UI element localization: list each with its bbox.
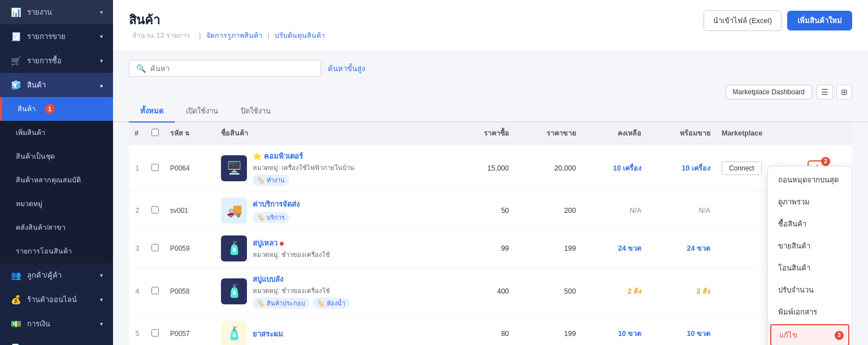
sidebar-item-add-product[interactable]: เพิ่มสินค้า — [0, 121, 113, 145]
product-name[interactable]: สบู่เหลว — [253, 237, 330, 249]
sidebar-item-sales[interactable]: 🧾 รายการขาย ▾ — [0, 24, 113, 49]
finance-icon: 💵 — [10, 319, 21, 329]
link-adjust-cost[interactable]: ปรับต้นทุนสินค้า — [275, 32, 325, 40]
sidebar-item-category[interactable]: หมวดหมู่ — [0, 192, 113, 216]
product-name[interactable]: สบู่แบบลัง — [253, 273, 350, 285]
menu-item-adjust[interactable]: ปรับจำนวน — [768, 279, 852, 301]
menu-item-sell[interactable]: ขายสินค้า — [768, 235, 852, 257]
row-remaining: N/A — [581, 192, 647, 230]
search-box: 🔍 — [129, 60, 321, 77]
row-checkbox[interactable] — [146, 145, 164, 192]
header-actions: นำเข้าไฟล์ (Excel) เพิ่มสินค้าใหม่ — [704, 10, 852, 31]
product-category: หมวดหมู่: ชำวของเครื่องใช้ — [253, 250, 330, 260]
sidebar-item-customers[interactable]: 👥 ลูกค้า/คู้ค้า ▾ — [0, 263, 113, 287]
row-ready: N/A — [647, 192, 716, 230]
sidebar-item-online-store[interactable]: 💰 ร้านค้าออนไลน์ ▾ — [0, 287, 113, 312]
sidebar-label-purchases: รายการซื้อ — [27, 55, 62, 67]
qty-link[interactable]: 24 ขวด — [618, 244, 641, 252]
row-sell-price: 199 — [515, 315, 582, 346]
product-tags: 🏷️ ทำงาน — [253, 174, 354, 186]
row-checkbox[interactable] — [146, 315, 164, 346]
row-remaining: 10 ขวด — [581, 315, 647, 346]
product-category: หมวดหมู่: ชำวของเครื่องใช้ — [253, 286, 350, 296]
search-input[interactable] — [150, 64, 314, 73]
product-name[interactable]: ค่าบริการจัดส่ง — [253, 198, 300, 210]
product-tag[interactable]: 🏷️ บริการ — [253, 212, 289, 223]
sidebar-item-bundle[interactable]: สินค้าเป็นชุด — [0, 145, 113, 168]
select-all-checkbox[interactable] — [151, 129, 159, 136]
sidebar-item-reports[interactable]: 📊 รายงาน ▾ — [0, 0, 113, 24]
menu-item-overview[interactable]: ดูภาพรวม — [768, 191, 852, 213]
sidebar-sub-products: สินค้า 1 เพิ่มสินค้า สินค้าเป็นชุด สินค้… — [0, 97, 113, 263]
ready-link[interactable]: 24 ขวด — [687, 244, 710, 252]
context-menu: ถอนหมุดจากบนสุด ดูภาพรวม ซื้อสินค้า ขายส… — [767, 166, 852, 345]
menu-item-transfer[interactable]: โอนสินค้า — [768, 257, 852, 279]
row-buy-price: 50 — [454, 192, 514, 230]
col-code[interactable]: รหัส ⇅ — [164, 123, 215, 145]
row-remaining: 2 ลัง — [581, 268, 647, 315]
sidebar-item-finance[interactable]: 💵 การเงิน ▾ — [0, 312, 113, 336]
table-row: 5 P0057 🧴 ยาสระผม 80 199 10 ขวด — [129, 315, 852, 346]
row-sell-price: 20,000 — [515, 145, 582, 192]
row-buy-price: 80 — [454, 315, 514, 346]
product-tags: 🏷️ บริการ — [253, 212, 300, 223]
col-sell-price: ราคาขาย — [515, 123, 582, 145]
connect-button[interactable]: Connect — [722, 161, 762, 175]
view-list-button[interactable]: ☰ — [817, 85, 833, 99]
ready-link[interactable]: 2 ลัง — [697, 287, 710, 295]
link-manage-images[interactable]: จัดการรูภาพสินค้า — [206, 32, 262, 40]
sidebar-item-products[interactable]: 🧊 สินค้า ▴ — [0, 73, 113, 97]
customers-icon: 👥 — [10, 270, 21, 281]
row-checkbox[interactable] — [146, 192, 164, 230]
sidebar-item-purchases[interactable]: 🛒 รายการซื้อ ▾ — [0, 49, 113, 73]
row-checkbox[interactable] — [146, 230, 164, 268]
row-code: P0057 — [164, 315, 215, 346]
marketplace-dashboard-button[interactable]: Marketplace Dashboard — [726, 85, 812, 99]
tab-inactive[interactable]: ปิดใช้งาน — [229, 101, 282, 123]
sidebar-badge-1: 1 — [45, 104, 55, 114]
sidebar-label-online-store: ร้านค้าออนไลน์ — [27, 294, 77, 305]
product-tag[interactable]: 🏷️ สินค้าประกอบ — [253, 298, 310, 309]
product-name[interactable]: ⭐ คอมพิวเตอร์ — [253, 150, 354, 162]
table-wrapper: # รหัส ⇅ ชื่อสินค้า ราคาซื้อ ราคาขาย คงเ… — [113, 123, 868, 345]
sidebar-label-products-main: สินค้า — [18, 103, 36, 115]
menu-item-print[interactable]: พิมพ์เอกสาร — [768, 301, 852, 323]
view-grid-button[interactable]: ⊞ — [836, 85, 852, 99]
qty-link[interactable]: 2 ลัง — [628, 287, 641, 295]
view-icons: ☰ ⊞ — [817, 85, 852, 99]
row-remaining: 24 ขวด — [581, 230, 647, 268]
sidebar: 📊 รายงาน ▾ 🧾 รายการขาย ▾ 🛒 รายการซื้อ ▾ … — [0, 0, 113, 345]
tab-active[interactable]: เปิดใช้งาน — [175, 101, 229, 123]
advanced-search-button[interactable]: ค้นหาขั้นสูง — [328, 63, 365, 75]
qty-link[interactable]: 10 ขวด — [618, 330, 641, 338]
menu-item-remove-pin[interactable]: ถอนหมุดจากบนสุด — [768, 169, 852, 191]
row-num: 4 — [129, 268, 146, 315]
row-checkbox[interactable] — [146, 268, 164, 315]
store-icon: 💰 — [10, 295, 21, 305]
product-tag[interactable]: 🏷️ ห้องน้ำ — [313, 298, 350, 309]
add-product-button[interactable]: เพิ่มสินค้าใหม่ — [787, 11, 852, 30]
documents-icon: 📄 — [10, 343, 21, 346]
sidebar-item-products-main[interactable]: สินค้า 1 — [0, 97, 113, 121]
tab-all[interactable]: ทั้งหมด — [129, 101, 175, 123]
item-count: จำนวน 12 รายการ — [132, 32, 190, 40]
chevron-icon: ▾ — [100, 58, 103, 64]
sidebar-item-warehouse[interactable]: คลังสินค้า/สาขา — [0, 216, 113, 239]
sidebar-item-transfer[interactable]: รายการโอนสินค้า — [0, 239, 113, 263]
table-row: 2 sv001 🚚 ค่าบริการจัดส่ง 🏷️ บริการ — [129, 192, 852, 230]
ready-link[interactable]: 10 ขวด — [687, 330, 710, 338]
import-file-button[interactable]: นำเข้าไฟล์ (Excel) — [704, 10, 782, 31]
sidebar-label-reports: รายงาน — [27, 6, 52, 18]
product-tag[interactable]: 🏷️ ทำงาน — [253, 174, 289, 186]
menu-item-buy[interactable]: ซื้อสินค้า — [768, 213, 852, 235]
sales-icon: 🧾 — [10, 32, 21, 42]
sidebar-item-quality[interactable]: สินค้าหลากคุณสมบัติ — [0, 168, 113, 192]
ready-link[interactable]: 10 เครื่อง — [682, 164, 710, 172]
sidebar-label-quality: สินค้าหลากคุณสมบัติ — [16, 174, 81, 186]
product-name[interactable]: ยาสระผม — [253, 328, 283, 340]
search-row: 🔍 ค้นหาขั้นสูง — [113, 52, 868, 85]
qty-link[interactable]: 10 เครื่อง — [613, 164, 641, 172]
sidebar-item-documents[interactable]: 📄 เอกสาร ▾ — [0, 336, 113, 345]
row-ready: 24 ขวด — [647, 230, 716, 268]
menu-item-edit[interactable]: แก้ไข 3 — [770, 324, 849, 345]
